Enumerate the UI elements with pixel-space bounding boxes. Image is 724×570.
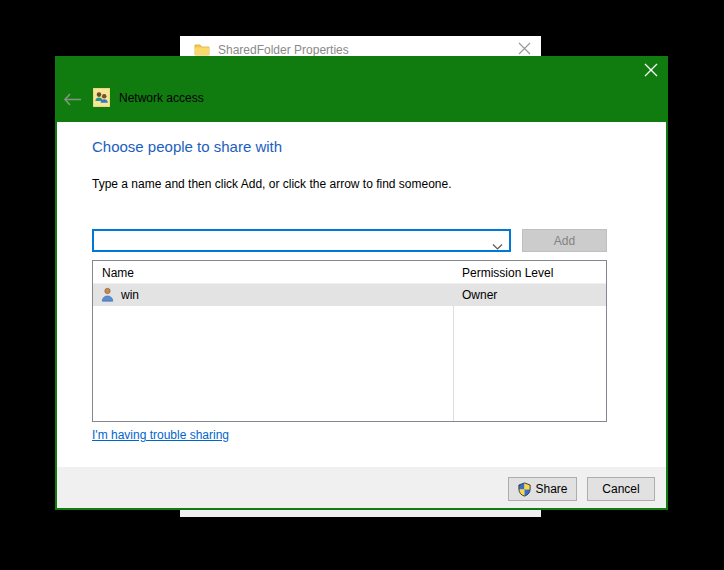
table-row[interactable]: win Owner [93,284,606,306]
cancel-button[interactable]: Cancel [587,477,655,501]
column-header-permission[interactable]: Permission Level [462,266,553,280]
network-users-icon [93,88,110,107]
row-name: win [121,288,139,302]
people-combobox-input[interactable] [96,231,486,249]
trouble-sharing-link[interactable]: I'm having trouble sharing [92,428,229,442]
people-table: Name Permission Level win Owner [92,260,607,422]
table-header: Name Permission Level [93,261,606,284]
window-title: SharedFolder Properties [218,43,349,57]
dialog-header: Network access [55,56,668,122]
add-button[interactable]: Add [522,229,607,252]
people-combobox[interactable] [92,229,511,252]
instruction-text: Type a name and then click Add, or click… [92,177,452,191]
share-button[interactable]: Share [508,477,577,501]
network-access-dialog: Network access Choose people to share wi… [55,56,668,510]
back-icon[interactable] [63,92,83,106]
user-icon [101,287,114,306]
chevron-down-icon[interactable] [492,237,503,255]
uac-shield-icon [517,482,532,497]
close-icon[interactable] [518,41,532,55]
dialog-body: Choose people to share with Type a name … [57,122,666,467]
cancel-button-label: Cancel [602,482,639,496]
column-header-name[interactable]: Name [102,266,134,280]
close-icon[interactable] [641,61,661,79]
dialog-footer: Share Cancel [57,467,666,508]
dialog-title: Network access [119,91,204,105]
page-title: Choose people to share with [92,138,282,155]
row-permission: Owner [462,288,497,302]
share-button-label: Share [535,482,567,496]
